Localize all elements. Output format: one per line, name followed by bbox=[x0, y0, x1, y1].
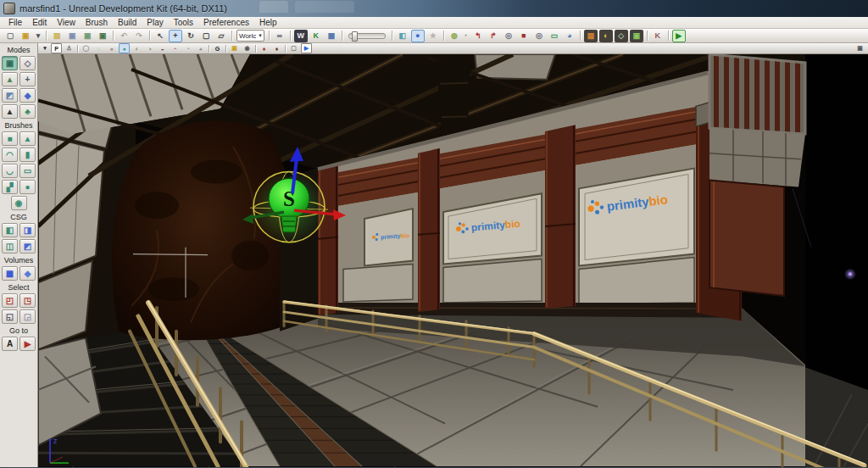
find-actors-button[interactable]: ∞ bbox=[273, 30, 287, 42]
open-file-button[interactable]: ▣ bbox=[19, 30, 32, 42]
viewport-restore-button[interactable]: ▣ bbox=[854, 43, 865, 53]
perspective-viewport[interactable]: primitybio primitybio bbox=[38, 54, 868, 467]
menu-play[interactable]: Play bbox=[142, 17, 168, 28]
view-lighting-only-button[interactable]: ◑ bbox=[144, 43, 155, 53]
csg-subtract[interactable]: ◨ bbox=[19, 223, 36, 237]
save-as-button[interactable]: ▣ bbox=[81, 30, 94, 42]
square-select-button[interactable]: ▢ bbox=[288, 43, 299, 53]
menu-edit[interactable]: Edit bbox=[27, 17, 52, 28]
goto-actor[interactable]: A bbox=[2, 337, 18, 351]
goto-builder-brush[interactable]: ▶ bbox=[19, 337, 36, 351]
scale-tool-button[interactable]: ▢ bbox=[199, 30, 213, 42]
light-tool-button[interactable]: ◍ bbox=[448, 30, 461, 42]
mode-static-mesh[interactable]: ◆ bbox=[19, 88, 36, 103]
camera-speed-slider[interactable] bbox=[348, 33, 386, 39]
globe-tool-button[interactable]: ◕ bbox=[563, 30, 576, 42]
view-lit-button[interactable]: ● bbox=[119, 43, 130, 53]
viewport-options-dropdown[interactable]: ▾ bbox=[41, 43, 49, 53]
zoom-all-button[interactable]: ◎ bbox=[532, 30, 546, 42]
editor-w-button[interactable]: W bbox=[294, 30, 308, 42]
mode-geometry[interactable]: ◇ bbox=[19, 56, 36, 70]
game-view-button[interactable]: G bbox=[212, 43, 223, 53]
select-replace[interactable]: ◱ bbox=[2, 309, 18, 324]
csg-intersect[interactable]: ◫ bbox=[2, 239, 18, 254]
brush-stair-linear[interactable]: ▞ bbox=[2, 180, 18, 194]
socket-next-button[interactable]: ↱ bbox=[487, 30, 500, 42]
mode-texture-align[interactable]: + bbox=[19, 72, 36, 86]
perspective-button[interactable]: P bbox=[51, 43, 62, 53]
coordinate-system-dropdown[interactable]: Worlc▾ bbox=[236, 30, 264, 42]
scale-nonuniform-tool-button[interactable]: ▱ bbox=[214, 30, 228, 42]
brush-volumetric[interactable]: ◉ bbox=[11, 196, 27, 210]
save-all-button[interactable]: ▣ bbox=[96, 30, 109, 42]
select-none[interactable]: ◲ bbox=[19, 309, 36, 324]
redo-button[interactable]: ↷ bbox=[132, 30, 146, 42]
select-touching[interactable]: ◳ bbox=[19, 293, 36, 308]
open-kismet-button[interactable]: K bbox=[309, 30, 323, 42]
green-panel-button[interactable]: ▭ bbox=[548, 30, 561, 42]
content-browser-button[interactable]: ▦ bbox=[325, 30, 338, 42]
tool-red-a-button[interactable]: ♦ bbox=[259, 43, 270, 53]
view-detail-lighting-button[interactable]: ◐ bbox=[131, 43, 142, 53]
play-in-editor-button[interactable]: ▶ bbox=[672, 30, 686, 42]
volume-add[interactable]: ▦ bbox=[2, 266, 18, 281]
brush-cylinder[interactable]: ▮ bbox=[19, 148, 36, 162]
title-bar[interactable]: marsfind1 - Unreal Development Kit (64-b… bbox=[0, 0, 868, 17]
mode-camera[interactable]: ▣ bbox=[2, 56, 18, 70]
mode-foliage[interactable]: ♣ bbox=[19, 104, 36, 119]
menu-brush[interactable]: Brush bbox=[81, 17, 113, 28]
menu-build[interactable]: Build bbox=[113, 17, 142, 28]
brush-stair-curved[interactable]: ◠ bbox=[2, 148, 18, 162]
build-paths-button[interactable]: ◇ bbox=[615, 30, 628, 42]
show-flags-button[interactable]: ◧ bbox=[396, 30, 409, 42]
open-recent-dropdown[interactable]: ▾ bbox=[34, 30, 42, 42]
volume-special[interactable]: ◆ bbox=[19, 266, 36, 281]
tool-red-b-button[interactable]: ♦ bbox=[271, 43, 282, 53]
save-all-levels-button[interactable]: ▤ bbox=[50, 30, 64, 42]
maximize-viewport-button[interactable]: ▶ bbox=[301, 43, 312, 53]
save-current-button[interactable]: ▣ bbox=[65, 30, 79, 42]
brush-stair-spiral[interactable]: ◡ bbox=[2, 164, 18, 178]
menu-view[interactable]: View bbox=[52, 17, 81, 28]
view-wireframe-button[interactable]: ◯ bbox=[81, 43, 92, 53]
zoom-selected-button[interactable]: ◎ bbox=[502, 30, 515, 42]
select-tool-button[interactable]: ↖ bbox=[153, 30, 167, 42]
slider-thumb[interactable] bbox=[352, 31, 358, 42]
brush-cone[interactable]: ▲ bbox=[19, 131, 36, 146]
translate-tool-button[interactable]: + bbox=[169, 30, 182, 42]
mode-landscape[interactable]: ▲ bbox=[2, 104, 18, 119]
dot-tool-button[interactable]: · bbox=[463, 30, 470, 42]
socket-prev-button[interactable]: ↰ bbox=[471, 30, 485, 42]
csg-deintersect[interactable]: ◩ bbox=[19, 239, 36, 254]
mode-mesh-paint[interactable]: ◩ bbox=[2, 88, 18, 103]
menu-tools[interactable]: Tools bbox=[169, 17, 198, 28]
rotate-tool-button[interactable]: ↻ bbox=[184, 30, 198, 42]
menu-preferences[interactable]: Preferences bbox=[198, 17, 254, 28]
mode-terrain[interactable]: ▲ bbox=[2, 72, 18, 86]
realtime-preview-button[interactable]: ♙ bbox=[64, 43, 75, 53]
view-lightmap-density-button[interactable]: ◕ bbox=[195, 43, 206, 53]
lock-viewport-button[interactable]: ▣ bbox=[229, 43, 240, 53]
build-lighting-button[interactable]: ◐ bbox=[599, 30, 613, 42]
csg-add[interactable]: ◧ bbox=[2, 223, 18, 237]
build-all-button[interactable]: ▣ bbox=[630, 30, 643, 42]
view-unlit-button[interactable]: ● bbox=[106, 43, 117, 53]
view-brushwire-button[interactable]: ◌ bbox=[93, 43, 104, 53]
view-shader-complexity-button[interactable]: ◔ bbox=[182, 43, 193, 53]
view-light-complexity-button[interactable]: ◒ bbox=[157, 43, 168, 53]
brush-sheet[interactable]: ▭ bbox=[19, 164, 36, 178]
brush-sphere[interactable]: ● bbox=[19, 180, 36, 194]
view-texture-density-button[interactable]: ◓ bbox=[170, 43, 181, 53]
menu-file[interactable]: File bbox=[3, 17, 27, 28]
world-origin-button[interactable]: ● bbox=[411, 30, 425, 42]
menu-help[interactable]: Help bbox=[254, 17, 282, 28]
favorites-star-button[interactable]: ★ bbox=[426, 30, 440, 42]
undo-button[interactable]: ↶ bbox=[117, 30, 131, 42]
camera-mode-button[interactable]: ◉ bbox=[242, 43, 253, 53]
select-inside[interactable]: ◰ bbox=[2, 293, 18, 308]
matinee-button[interactable]: K bbox=[651, 30, 665, 42]
build-geometry-button[interactable]: ▤ bbox=[584, 30, 598, 42]
brush-cube[interactable]: ■ bbox=[2, 131, 18, 146]
new-file-button[interactable]: ▢ bbox=[3, 30, 17, 42]
lock-selected-button[interactable]: ■ bbox=[517, 30, 531, 42]
